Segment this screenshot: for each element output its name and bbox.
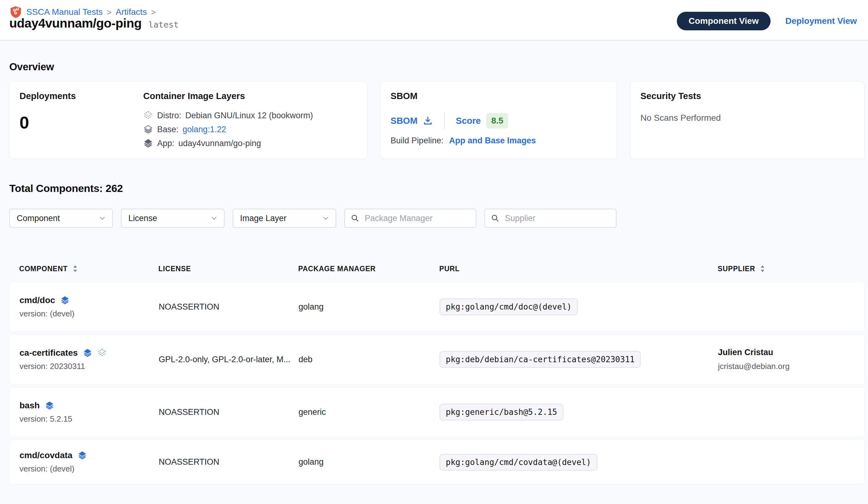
supplier-email: jcristau@debian.org <box>718 362 864 371</box>
component-version: version: (devel) <box>20 309 159 319</box>
dropdown-label: Image Layer <box>240 214 287 223</box>
chevron-down-icon <box>98 214 107 223</box>
sbom-title: SBOM <box>391 91 607 101</box>
sbom-card: SBOM SBOM Score 8.5 Build Pipeline: App … <box>381 81 618 159</box>
layers-half-icon <box>143 124 153 134</box>
deployments-layers-card: Deployments 0 Container Image Layers Dis… <box>9 81 368 159</box>
component-filter-dropdown[interactable]: Component <box>9 209 113 228</box>
supplier-name: Julien Cristau <box>718 347 864 357</box>
table-row[interactable]: cmd/covdata version: (devel) NOASSERTION… <box>9 440 865 484</box>
license-cell: GPL-2.0-only, GPL-2.0-or-later, M... <box>159 355 299 364</box>
table-header: COMPONENT LICENSE PACKAGE MANAGER PURL S… <box>9 264 865 273</box>
score-label: Score <box>456 116 481 126</box>
layer-label: Distro: <box>157 111 181 120</box>
component-name: ca-certificates <box>20 348 78 358</box>
package-manager-search-input[interactable] <box>364 213 470 223</box>
search-icon <box>490 214 500 223</box>
layer-row-base: Base: golang:1.22 <box>143 124 313 134</box>
breadcrumb-separator: > <box>151 7 156 17</box>
table-row[interactable]: ca-certificates version: 20230311 GPL-2.… <box>9 334 865 384</box>
purl-chip: pkg:generic/bash@5.2.15 <box>440 404 563 421</box>
base-image-link[interactable]: golang:1.22 <box>183 125 226 134</box>
sbom-download-link[interactable]: SBOM <box>391 115 433 126</box>
layer-row-distro: Distro: Debian GNU/Linux 12 (bookworm) <box>143 111 313 120</box>
component-version: version: (devel) <box>20 464 159 474</box>
image-layer-filter-dropdown[interactable]: Image Layer <box>232 209 336 228</box>
package-manager-search <box>344 209 476 228</box>
title-row: uday4vunnam/go-ping latest <box>9 16 178 31</box>
build-pipeline-link[interactable]: App and Base Images <box>449 136 536 145</box>
deployments-count: 0 <box>20 112 143 132</box>
layer-row-app: App: uday4vunnam/go-ping <box>143 138 313 148</box>
purl-chip: pkg:golang/cmd/doc@(devel) <box>440 299 578 315</box>
license-cell: NOASSERTION <box>159 302 299 312</box>
artifact-tag: latest <box>148 20 179 29</box>
layers-filled-icon <box>143 138 153 148</box>
layer-label: Base: <box>157 125 178 134</box>
filters-bar: Component License Image Layer <box>9 209 868 228</box>
sbom-download-label: SBOM <box>391 116 417 126</box>
security-tests-card: Security Tests No Scans Performed <box>630 81 865 159</box>
score-badge: 8.5 <box>486 113 508 129</box>
package-manager-cell: generic <box>299 407 440 417</box>
layer-value: Debian GNU/Linux 12 (bookworm) <box>185 111 313 120</box>
layers-filled-icon <box>83 348 92 357</box>
sort-arrows-icon[interactable] <box>760 264 765 273</box>
breadcrumb-link-project[interactable]: SSCA Manual Tests <box>26 7 103 17</box>
build-pipeline-label: Build Pipeline: <box>391 136 444 145</box>
security-tests-title: Security Tests <box>640 91 854 101</box>
table-row[interactable]: cmd/doc version: (devel) NOASSERTION gol… <box>9 282 865 332</box>
deployment-view-button[interactable]: Deployment View <box>785 16 857 26</box>
package-manager-cell: deb <box>299 355 440 364</box>
column-header-component[interactable]: COMPONENT <box>19 265 68 273</box>
layers-filled-icon <box>78 451 87 460</box>
layers-dashed-icon <box>143 111 153 120</box>
download-icon[interactable] <box>423 115 433 126</box>
page-title: uday4vunnam/go-ping <box>9 16 142 31</box>
total-components-heading: Total Components: 262 <box>9 182 868 194</box>
table-row[interactable]: bash version: 5.2.15 NOASSERTION generic… <box>9 387 865 437</box>
layer-value: uday4vunnam/go-ping <box>178 139 261 148</box>
column-header-license: LICENSE <box>158 265 191 273</box>
component-name: bash <box>20 401 40 411</box>
chevron-down-icon <box>321 214 330 223</box>
container-image-layers-title: Container Image Layers <box>143 91 313 101</box>
overview-heading: Overview <box>9 61 868 73</box>
package-manager-cell: golang <box>299 457 440 467</box>
column-header-package-manager: PACKAGE MANAGER <box>298 265 376 273</box>
layers-filled-icon <box>60 296 70 305</box>
component-view-button[interactable]: Component View <box>677 12 771 30</box>
breadcrumb-separator: > <box>107 7 112 17</box>
purl-chip: pkg:golang/cmd/covdata@(devel) <box>440 454 597 471</box>
supplier-search-input[interactable] <box>504 213 610 223</box>
sort-arrows-icon[interactable] <box>72 264 78 273</box>
security-tests-status: No Scans Performed <box>640 113 854 123</box>
layers-dashed-icon <box>97 348 107 357</box>
component-version: version: 20230311 <box>20 362 159 371</box>
column-header-supplier[interactable]: SUPPLIER <box>718 265 755 273</box>
vertical-divider <box>444 112 445 129</box>
deployments-title: Deployments <box>20 91 143 101</box>
chevron-down-icon <box>210 214 218 223</box>
license-cell: NOASSERTION <box>159 457 299 467</box>
package-manager-cell: golang <box>299 302 440 312</box>
components-table-body: cmd/doc version: (devel) NOASSERTION gol… <box>9 282 865 484</box>
license-filter-dropdown[interactable]: License <box>121 209 225 228</box>
view-toggle: Component View Deployment View <box>677 12 857 30</box>
column-header-purl: PURL <box>439 265 460 273</box>
component-name: cmd/covdata <box>20 451 72 460</box>
component-version: version: 5.2.15 <box>20 414 159 424</box>
license-cell: NOASSERTION <box>159 407 299 417</box>
breadcrumb-link-artifacts[interactable]: Artifacts <box>116 7 147 17</box>
supplier-search <box>484 209 617 228</box>
dropdown-label: License <box>128 214 157 223</box>
dropdown-label: Component <box>17 214 60 223</box>
overview-cards: Deployments 0 Container Image Layers Dis… <box>9 81 865 159</box>
layers-filled-icon <box>45 401 54 410</box>
purl-chip: pkg:deb/debian/ca-certificates@20230311 <box>440 351 641 368</box>
layer-label: App: <box>157 139 175 148</box>
component-name: cmd/doc <box>20 295 55 305</box>
search-icon <box>351 214 360 223</box>
page-header: SSCA Manual Tests > Artifacts > uday4vun… <box>0 0 868 41</box>
